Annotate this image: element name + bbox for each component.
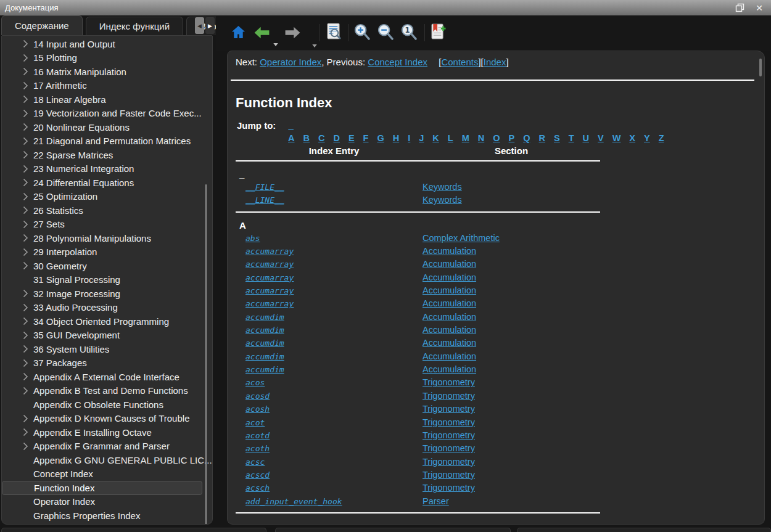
sidebar-item-14-input-and-output[interactable]: 14 Input and Output	[2, 37, 212, 51]
find-in-page-button[interactable]	[326, 23, 341, 43]
function-link[interactable]: accumdim	[245, 363, 284, 376]
sidebar-item-graphics-properties-index[interactable]: Graphics Properties Index	[2, 509, 212, 523]
sidebar-item-17-arithmetic[interactable]: 17 Arithmetic	[2, 79, 212, 93]
function-link[interactable]: acscd	[245, 469, 270, 481]
sidebar-item-26-statistics[interactable]: 26 Statistics	[2, 203, 212, 218]
function-link[interactable]: accumarray	[245, 245, 294, 258]
jump-letter-link-g[interactable]: G	[377, 133, 384, 143]
sidebar-item-31-signal-processing[interactable]: 31 Signal Processing	[2, 273, 212, 287]
function-link[interactable]: acsch	[245, 481, 270, 494]
zoom-original-button[interactable]: 1	[401, 23, 418, 43]
sidebar-item-36-system-utilities[interactable]: 36 System Utilities	[2, 342, 212, 356]
sidebar-item-appendix-f-grammar-and-parser[interactable]: Appendix F Grammar and Parser	[2, 440, 212, 454]
chevron-right-icon[interactable]	[23, 303, 33, 312]
function-link[interactable]: __LINE__	[245, 194, 284, 207]
section-link[interactable]: Accumulation	[423, 337, 476, 350]
section-link[interactable]: Keywords	[423, 194, 462, 207]
function-link[interactable]: add_input_event_hook	[245, 495, 342, 508]
jump-letter-link-d[interactable]: D	[333, 133, 339, 143]
jump-letter-link-m[interactable]: M	[462, 133, 469, 143]
nav-index-link[interactable]: Index	[484, 57, 506, 67]
tab-scroll-right-button[interactable]: ▶	[205, 17, 215, 34]
function-link[interactable]: acosd	[245, 390, 270, 403]
chevron-right-icon[interactable]	[23, 317, 33, 325]
chevron-right-icon[interactable]	[23, 54, 33, 62]
jump-letter-link-a[interactable]: A	[288, 133, 294, 143]
section-link[interactable]: Complex Arithmetic	[423, 232, 500, 245]
chevron-right-icon[interactable]	[23, 39, 33, 48]
function-link[interactable]: abs	[245, 232, 260, 245]
section-link[interactable]: Accumulation	[423, 271, 476, 284]
back-dropdown-icon[interactable]	[273, 38, 278, 49]
jump-letter-link-o[interactable]: O	[493, 133, 500, 143]
section-link[interactable]: Accumulation	[423, 363, 476, 376]
function-link[interactable]: accumarray	[245, 258, 294, 271]
jump-letter-link-k[interactable]: K	[432, 133, 439, 143]
nav-next-link[interactable]: Operator Index	[260, 57, 321, 67]
chevron-right-icon[interactable]	[23, 442, 33, 451]
sidebar-item-function-index[interactable]: Function Index	[2, 481, 202, 495]
back-button[interactable]	[253, 26, 271, 41]
sidebar-item-16-matrix-manipulation[interactable]: 16 Matrix Manipulation	[2, 65, 212, 79]
chevron-right-icon[interactable]	[23, 123, 33, 131]
sidebar-item-22-sparse-matrices[interactable]: 22 Sparse Matrices	[2, 148, 212, 162]
section-link[interactable]: Accumulation	[423, 297, 476, 310]
jump-letter-link-x[interactable]: X	[629, 133, 635, 143]
sidebar-item-appendix-c-obsolete-functions[interactable]: Appendix C Obsolete Functions	[2, 398, 212, 412]
chevron-right-icon[interactable]	[23, 345, 33, 353]
sidebar-item-37-packages[interactable]: 37 Packages	[2, 356, 212, 370]
sidebar-item-20-nonlinear-equations[interactable]: 20 Nonlinear Equations	[2, 120, 212, 134]
jump-letter-link-r[interactable]: R	[539, 133, 545, 143]
section-link[interactable]: Trigonometry	[423, 390, 475, 403]
restore-window-button[interactable]	[734, 2, 745, 14]
sidebar-item-19-vectorization-and-faster-code-exec[interactable]: 19 Vectorization and Faster Code Exec...	[2, 107, 212, 121]
home-button[interactable]	[231, 24, 246, 43]
jump-letter-link-w[interactable]: W	[612, 133, 621, 143]
sidebar-item-18-linear-algebra[interactable]: 18 Linear Algebra	[2, 92, 212, 107]
sidebar-item-15-plotting[interactable]: 15 Plotting	[2, 51, 212, 65]
function-link[interactable]: accumarray	[245, 271, 294, 284]
section-link[interactable]: Trigonometry	[423, 403, 475, 415]
sidebar-item-appendix-a-external-code-interface[interactable]: Appendix A External Code Interface	[2, 370, 212, 384]
function-link[interactable]: accumdim	[245, 350, 284, 363]
sidebar-item-24-differential-equations[interactable]: 24 Differential Equations	[2, 176, 212, 190]
forward-dropdown-icon[interactable]	[312, 39, 317, 50]
chevron-right-icon[interactable]	[23, 372, 33, 381]
jump-letter-link-l[interactable]: L	[448, 133, 453, 143]
section-link[interactable]: Trigonometry	[423, 416, 475, 429]
chevron-right-icon[interactable]	[23, 192, 33, 201]
section-link[interactable]: Accumulation	[423, 258, 476, 271]
jump-letter-link-f[interactable]: F	[363, 133, 369, 143]
section-link[interactable]: Trigonometry	[423, 456, 475, 469]
section-link[interactable]: Accumulation	[423, 284, 476, 297]
sidebar-item-28-polynomial-manipulations[interactable]: 28 Polynomial Manipulations	[2, 231, 212, 245]
sidebar-item-35-gui-development[interactable]: 35 GUI Development	[2, 329, 212, 343]
chevron-right-icon[interactable]	[23, 387, 33, 395]
function-link[interactable]: accumarray	[245, 284, 294, 297]
function-link[interactable]: acot	[245, 416, 265, 429]
jump-letter-link-t[interactable]: T	[569, 133, 574, 143]
chevron-right-icon[interactable]	[23, 428, 33, 436]
sidebar-item-concept-index[interactable]: Concept Index	[2, 467, 212, 481]
chevron-right-icon[interactable]	[23, 137, 33, 145]
close-window-button[interactable]: ✕	[754, 2, 765, 14]
function-link[interactable]: acsc	[245, 456, 265, 469]
section-link[interactable]: Trigonometry	[423, 442, 475, 455]
jump-letter-link-j[interactable]: J	[419, 133, 424, 143]
section-link[interactable]: Accumulation	[423, 350, 476, 363]
chevron-right-icon[interactable]	[23, 359, 33, 367]
function-link[interactable]: acos	[245, 376, 265, 389]
new-bookmark-button[interactable]	[431, 23, 447, 43]
zoom-in-button[interactable]	[354, 23, 371, 43]
sidebar-item-appendix-b-test-and-demo-functions[interactable]: Appendix B Test and Demo Functions	[2, 384, 212, 398]
jump-letter-link-p[interactable]: P	[509, 133, 515, 143]
chevron-right-icon[interactable]	[23, 150, 33, 159]
sidebar-item-32-image-processing[interactable]: 32 Image Processing	[2, 287, 212, 301]
jump-letter-link-y[interactable]: Y	[644, 133, 650, 143]
jump-letter-link-u[interactable]: U	[583, 133, 589, 143]
jump-letter-link-i[interactable]: I	[408, 133, 410, 143]
chevron-right-icon[interactable]	[23, 289, 33, 298]
sidebar-scrollbar[interactable]	[205, 184, 207, 525]
jump-letter-link-e[interactable]: E	[348, 133, 355, 143]
sidebar-item-appendix-g-gnu-general-public-lic[interactable]: Appendix G GNU GENERAL PUBLIC LIC...	[2, 453, 212, 467]
